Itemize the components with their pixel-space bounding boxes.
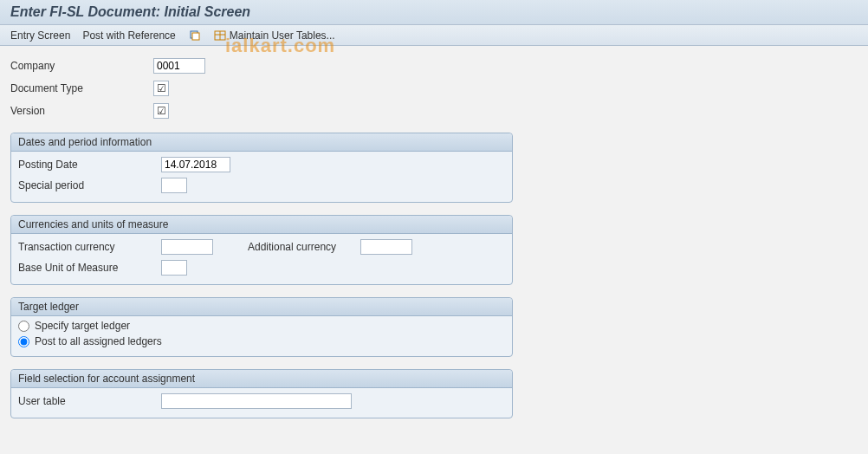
maintain-user-tables-button[interactable]: Maintain User Tables... (214, 29, 335, 42)
version-checkbox[interactable]: ☑ (153, 103, 169, 119)
base-uom-input[interactable] (161, 260, 187, 276)
post-all-ledgers-radio[interactable] (18, 336, 29, 347)
page-title: Enter FI-SL Document: Initial Screen (10, 4, 858, 20)
currencies-group: Currencies and units of measure Transact… (10, 215, 513, 285)
svg-rect-1 (192, 33, 199, 40)
additional-currency-input[interactable] (360, 239, 412, 255)
specify-target-ledger-label: Specify target ledger (35, 320, 130, 332)
transaction-currency-label: Transaction currency (18, 241, 161, 253)
post-all-ledgers-label: Post to all assigned ledgers (35, 335, 162, 347)
maintain-user-tables-label: Maintain User Tables... (230, 29, 335, 42)
table-icon (214, 29, 226, 42)
document-type-checkbox[interactable]: ☑ (153, 81, 169, 96)
user-table-label: User table (18, 395, 161, 407)
document-type-label: Document Type (10, 82, 153, 94)
company-label: Company (10, 60, 153, 72)
special-period-input[interactable] (161, 178, 187, 193)
title-bar: Enter FI-SL Document: Initial Screen (0, 0, 868, 25)
field-selection-group: Field selection for account assignment U… (10, 369, 513, 418)
special-period-label: Special period (18, 179, 161, 191)
post-with-reference-button[interactable]: Post with Reference (82, 29, 175, 42)
specify-target-ledger-radio[interactable] (18, 321, 29, 332)
target-ledger-group: Target ledger Specify target ledger Post… (10, 297, 513, 357)
field-selection-title: Field selection for account assignment (11, 370, 512, 388)
posting-date-label: Posting Date (18, 159, 161, 171)
target-ledger-title: Target ledger (11, 298, 512, 316)
company-input[interactable] (153, 58, 205, 74)
entry-screen-button[interactable]: Entry Screen (10, 29, 70, 42)
version-label: Version (10, 105, 153, 117)
user-table-input[interactable] (161, 393, 352, 409)
dates-period-group: Dates and period information Posting Dat… (10, 133, 513, 203)
content-area: Company Document Type ☑ Version ☑ Dates … (0, 46, 868, 429)
additional-currency-label: Additional currency (248, 241, 360, 253)
copy-icon[interactable] (188, 29, 202, 42)
posting-date-input[interactable] (161, 157, 230, 172)
transaction-currency-input[interactable] (161, 239, 213, 255)
dates-period-title: Dates and period information (11, 133, 512, 152)
application-toolbar: Entry Screen Post with Reference Maintai… (0, 25, 868, 46)
currencies-title: Currencies and units of measure (11, 216, 512, 234)
base-uom-label: Base Unit of Measure (18, 262, 161, 274)
